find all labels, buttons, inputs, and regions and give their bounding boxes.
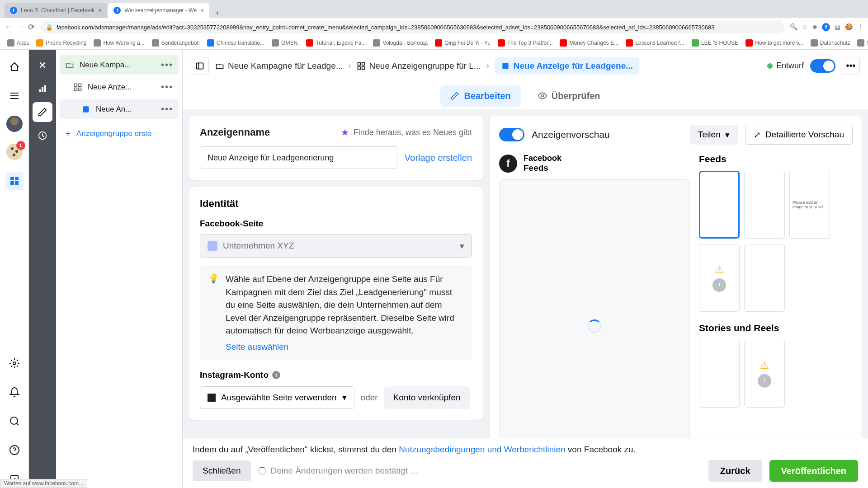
placement-thumb[interactable]: ⚠ f: [699, 244, 740, 312]
placement-thumb[interactable]: [699, 171, 740, 239]
terms-link[interactable]: Nutzungsbedingungen und Werberichtlinien: [399, 445, 565, 454]
ad-name-input[interactable]: [200, 146, 397, 169]
avatar[interactable]: [6, 116, 23, 132]
extension-icon[interactable]: ▦: [835, 23, 840, 31]
create-template-button[interactable]: Vorlage erstellen: [405, 153, 472, 163]
ads-manager-icon[interactable]: [5, 172, 24, 190]
placement-thumb[interactable]: ⚠ f: [744, 340, 785, 408]
status-badge: Entwurf: [767, 61, 804, 70]
svg-rect-13: [79, 84, 81, 86]
spinner-icon: [258, 467, 266, 475]
share-button[interactable]: Teilen ▾: [690, 125, 738, 145]
detailed-preview-button[interactable]: ⤢ Detaillierte Vorschau: [745, 125, 853, 145]
bookmark[interactable]: Money Changes E...: [557, 38, 621, 48]
tree-adset[interactable]: Neue Anze... •••: [60, 77, 179, 97]
more-button[interactable]: •••: [842, 57, 860, 75]
close-editor-button[interactable]: [33, 55, 52, 75]
placement-thumb[interactable]: [699, 340, 740, 408]
more-icon[interactable]: •••: [161, 60, 173, 70]
extension-icon[interactable]: ◈: [812, 23, 817, 31]
close-icon[interactable]: ×: [98, 7, 102, 14]
add-adset-button[interactable]: + Anzeigengruppe erste: [60, 122, 179, 146]
fb-page-select[interactable]: Unternehmen XYZ ▾: [200, 234, 472, 258]
bookmark[interactable]: How to get more v...: [743, 38, 806, 48]
svg-rect-9: [42, 87, 43, 92]
tab-review[interactable]: Überprüfen: [528, 85, 610, 107]
ig-select[interactable]: Ausgewählte Seite verwenden ▾: [200, 386, 354, 409]
browser-tab-1[interactable]: f Leon R. Chaudhari | Facebook ×: [5, 3, 107, 18]
add-label: Anzeigengruppe erste: [76, 129, 151, 138]
panel-icon: [195, 61, 204, 70]
placement-thumb[interactable]: Please add an image to your ad: [789, 171, 830, 239]
address-bar[interactable]: 🔒 facebook.com/adsmanager/manage/ads/edi…: [40, 21, 784, 33]
back-button[interactable]: Zurück: [708, 460, 762, 482]
bookmark[interactable]: Qing Fei De Yi - Yu: [432, 38, 493, 48]
facebook-ext-icon[interactable]: f: [822, 23, 830, 31]
new-tab-button[interactable]: +: [210, 9, 224, 18]
more-icon[interactable]: •••: [161, 104, 173, 114]
breadcrumb-campaign[interactable]: Neue Kampagne für Leadge...: [215, 61, 343, 71]
connect-account-button[interactable]: Konto verknüpfen: [384, 386, 470, 409]
bookmark[interactable]: LEE 'S HOUSE: [689, 38, 741, 48]
home-icon[interactable]: [5, 58, 24, 76]
bookmark[interactable]: Datenschutz: [808, 38, 853, 48]
more-icon[interactable]: ⋮: [857, 23, 863, 31]
edit-tool-button[interactable]: [33, 102, 52, 122]
tree-campaign[interactable]: Neue Kampa... •••: [60, 55, 179, 75]
bookmark[interactable]: Student Wants an...: [854, 38, 868, 48]
settings-icon[interactable]: [5, 354, 24, 372]
warning-icon: ⚠: [760, 360, 769, 371]
search-icon[interactable]: [5, 412, 24, 430]
help-icon[interactable]: [5, 441, 24, 459]
bookmark[interactable]: Vologda - Вологда: [370, 38, 430, 48]
bookmark[interactable]: The Top 3 Platfor...: [495, 38, 556, 48]
ad-name-card: Anzeigenname ★ Finde heraus, was es Neue…: [189, 116, 483, 180]
bookmark-icon: [36, 39, 43, 47]
svg-point-5: [10, 417, 18, 424]
bookmark[interactable]: Tutorial: Eigene Fa...: [303, 38, 368, 48]
more-icon[interactable]: •••: [161, 82, 173, 92]
bookmark[interactable]: Lessons Learned f...: [623, 38, 687, 48]
bookmark-apps[interactable]: Apps: [5, 38, 32, 48]
bookmark[interactable]: Chinese translatio...: [204, 38, 267, 48]
notifications-icon[interactable]: [5, 383, 24, 401]
breadcrumb-adset[interactable]: Neue Anzeigengruppe für L...: [357, 61, 481, 71]
tree-label: Neue An...: [96, 105, 156, 114]
star-icon[interactable]: ☆: [802, 23, 808, 31]
bookmark-icon: [498, 39, 505, 47]
svg-rect-15: [79, 88, 81, 90]
placement-thumb[interactable]: [744, 171, 785, 239]
menu-icon[interactable]: [5, 87, 24, 105]
browser-tab-2[interactable]: f Werbeanzeigenmanager - We ×: [108, 3, 209, 18]
bookmark[interactable]: GMSN.: [269, 38, 302, 48]
cookie-icon[interactable]: 1: [5, 143, 24, 161]
tab-edit[interactable]: Bearbeiten: [440, 85, 520, 107]
bookmark[interactable]: How Working a...: [91, 38, 147, 48]
cookie-ext-icon[interactable]: 🍪: [845, 23, 853, 31]
chart-icon[interactable]: [33, 79, 52, 99]
back-arrow-icon[interactable]: ←: [5, 22, 13, 32]
pencil-icon: [450, 91, 459, 100]
collapse-sidebar-button[interactable]: [191, 57, 209, 75]
close-button[interactable]: Schließen: [193, 460, 251, 481]
bulb-icon: 💡: [208, 273, 219, 352]
whats-new-link[interactable]: ★ Finde heraus, was es Neues gibt: [341, 127, 472, 138]
history-icon[interactable]: [33, 126, 52, 145]
tree-ad[interactable]: Neue An... •••: [60, 99, 179, 119]
select-page-link[interactable]: Seite auswählen: [226, 342, 464, 352]
ad-toggle[interactable]: [810, 59, 835, 73]
bookmark[interactable]: Sonderangebot!: [149, 38, 203, 48]
forward-arrow-icon[interactable]: →: [16, 22, 24, 32]
close-icon[interactable]: ×: [200, 7, 204, 14]
preview-body: f Facebook Feeds Feeds: [499, 154, 853, 473]
preview-header: Anzeigenvorschau Teilen ▾ ⤢ Detaillierte…: [499, 125, 853, 145]
placement-thumb[interactable]: [744, 244, 785, 312]
search-icon[interactable]: 🔍: [790, 23, 797, 31]
publish-button[interactable]: Veröffentlichen: [769, 460, 858, 482]
reload-icon[interactable]: ⟳: [28, 22, 35, 32]
breadcrumb-ad[interactable]: Neue Anzeige für Leadgene...: [495, 57, 639, 75]
fb-page-label: Facebook-Seite: [200, 219, 472, 229]
info-icon[interactable]: i: [272, 371, 280, 379]
bookmark[interactable]: Phone Recycling: [33, 38, 89, 48]
preview-toggle[interactable]: [499, 128, 524, 141]
